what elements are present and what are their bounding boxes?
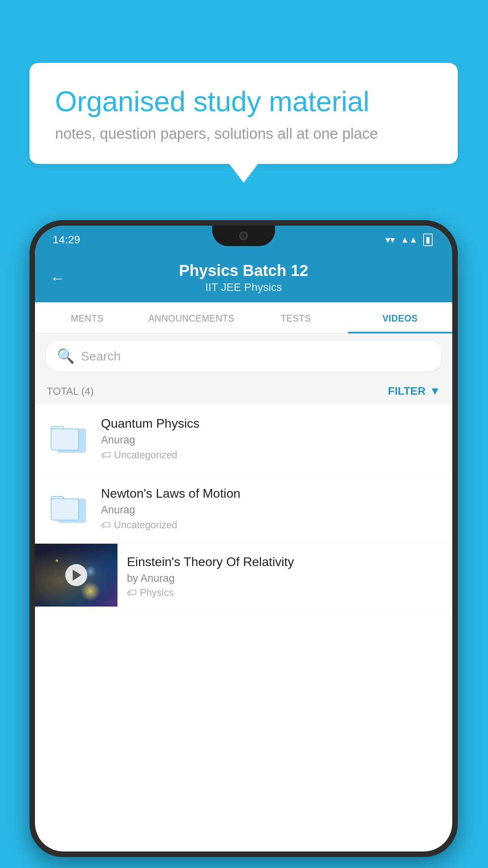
tag-label: Uncategorized [114,519,177,531]
tab-announcements[interactable]: ANNOUNCEMENTS [139,302,244,333]
item-author: Anurag [101,434,440,446]
item-info: Newton's Laws of Motion Anurag 🏷 Uncateg… [101,486,440,531]
bubble-title: Organised study material [55,85,432,118]
wifi-icon: ▾▾ [385,234,395,245]
item-tag: 🏷 Uncategorized [101,519,440,531]
tabs-bar: MENTS ANNOUNCEMENTS TESTS VIDEOS [35,302,452,334]
search-bar[interactable]: 🔍 Search [46,341,441,371]
video-tag: 🏷 Physics [127,587,443,598]
play-button[interactable] [65,564,87,586]
tab-tests[interactable]: TESTS [244,302,348,333]
video-author: by Anurag [127,572,443,585]
video-thumbnail [35,544,117,607]
filter-bar: TOTAL (4) FILTER ▼ [35,379,452,404]
search-icon: 🔍 [57,348,75,364]
filter-button[interactable]: FILTER ▼ [388,385,440,397]
item-tag: 🏷 Uncategorized [101,449,440,461]
list-item-video[interactable]: Einstein's Theory Of Relativity by Anura… [35,544,452,610]
status-time: 14:29 [53,234,80,246]
tag-icon: 🏷 [101,519,111,531]
video-title: Einstein's Theory Of Relativity [127,555,443,569]
header-subtitle: IIT JEE Physics [205,281,282,294]
folder-icon [51,425,86,453]
speech-bubble: Organised study material notes, question… [29,63,458,164]
notch [212,226,275,246]
tab-documents[interactable]: MENTS [35,302,139,333]
status-icons: ▾▾ ▲▲ ▮ [385,234,433,246]
status-bar: 14:29 ▾▾ ▲▲ ▮ [35,226,452,254]
item-author: Anurag [101,504,440,516]
item-title: Newton's Laws of Motion [101,486,440,501]
filter-label: FILTER [388,385,426,397]
play-triangle-icon [73,570,81,581]
back-button[interactable]: ← [50,270,65,287]
list-item[interactable]: Newton's Laws of Motion Anurag 🏷 Uncateg… [35,474,452,544]
tag-label: Uncategorized [114,449,177,461]
tag-label: Physics [140,587,174,598]
item-icon-wrap [47,425,90,453]
search-placeholder: Search [81,349,121,364]
header-title: Physics Batch 12 [179,262,308,280]
camera-dot [239,232,248,240]
content-list: Quantum Physics Anurag 🏷 Uncategorized [35,404,452,610]
battery-icon: ▮ [423,234,433,246]
tag-icon: 🏷 [127,587,137,598]
bubble-subtitle: notes, question papers, solutions all at… [55,125,432,142]
total-count: TOTAL (4) [47,385,94,397]
video-info: Einstein's Theory Of Relativity by Anura… [117,544,452,609]
folder-icon [51,495,86,523]
signal-icon: ▲▲ [400,235,418,245]
filter-icon: ▼ [429,385,440,397]
phone-screen: 14:29 ▾▾ ▲▲ ▮ ← Physics Batch 12 IIT JEE… [35,226,452,851]
tab-videos[interactable]: VIDEOS [348,302,453,333]
item-info: Quantum Physics Anurag 🏷 Uncategorized [101,416,440,461]
list-item[interactable]: Quantum Physics Anurag 🏷 Uncategorized [35,404,452,474]
item-icon-wrap [47,495,90,523]
app-header: ← Physics Batch 12 IIT JEE Physics [35,254,452,302]
search-bar-wrap: 🔍 Search [35,334,452,379]
tag-icon: 🏷 [101,449,111,461]
phone-frame: 14:29 ▾▾ ▲▲ ▮ ← Physics Batch 12 IIT JEE… [29,220,458,857]
item-title: Quantum Physics [101,416,440,431]
